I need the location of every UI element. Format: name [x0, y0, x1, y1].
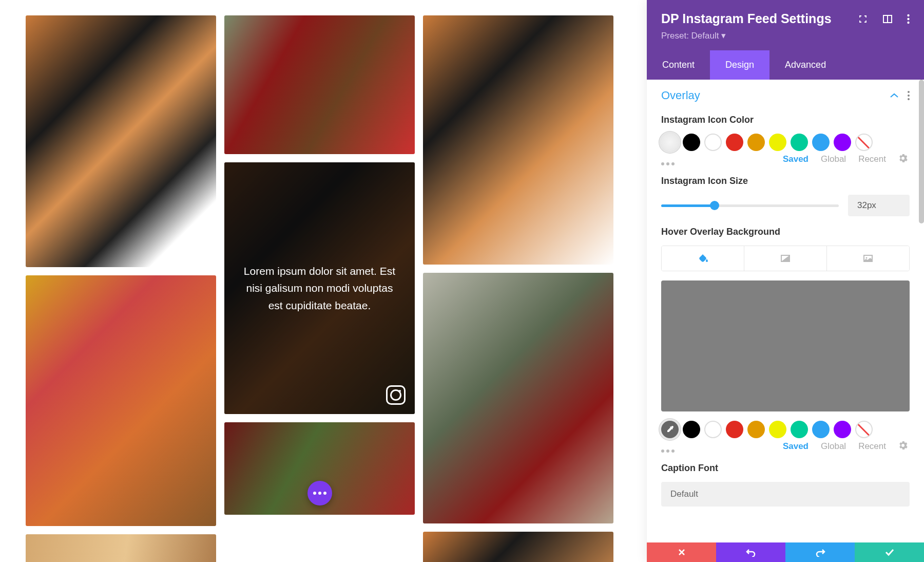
tab-advanced[interactable]: Advanced	[769, 50, 841, 80]
palette-link-recent[interactable]: Recent	[858, 441, 886, 452]
gallery-item-hovered[interactable]: Lorem ipsum dolor sit amet. Est nisi gal…	[224, 162, 415, 414]
font-select[interactable]: Default	[661, 482, 910, 507]
swatch-blue[interactable]	[812, 421, 830, 438]
field-label: Instagram Icon Color	[661, 115, 910, 125]
field-icon-color: Instagram Icon Color Saved Global Recent	[647, 109, 924, 171]
field-label: Caption Font	[661, 463, 910, 474]
field-caption-font: Caption Font Default	[647, 458, 924, 512]
color-swatches	[661, 421, 910, 438]
swatch-orange[interactable]	[747, 421, 765, 438]
swatch-none[interactable]	[855, 134, 873, 151]
instagram-icon	[386, 385, 406, 405]
palette-link-saved[interactable]: Saved	[783, 154, 808, 164]
swatch-black[interactable]	[683, 421, 700, 438]
hover-overlay: Lorem ipsum dolor sit amet. Est nisi gal…	[224, 162, 415, 414]
field-label: Hover Overlay Background	[661, 227, 910, 237]
swatch-red[interactable]	[726, 421, 743, 438]
fab-more-button[interactable]	[307, 481, 332, 505]
svg-point-3	[907, 17, 909, 20]
swatch-blue[interactable]	[812, 134, 830, 151]
bg-tab-color[interactable]	[662, 246, 744, 271]
color-swatches	[661, 134, 910, 151]
settings-tabs: Content Design Advanced	[647, 50, 924, 80]
swatch-yellow[interactable]	[769, 134, 786, 151]
svg-point-2	[907, 14, 909, 16]
gallery-area: Lorem ipsum dolor sit amet. Est nisi gal…	[0, 0, 639, 562]
size-slider[interactable]	[661, 204, 839, 207]
gear-icon[interactable]	[898, 441, 908, 452]
eyedropper-icon[interactable]	[661, 421, 679, 438]
panel-header: DP Instagram Feed Settings Preset: Defau…	[647, 0, 924, 50]
field-icon-size: Instagram Icon Size	[647, 171, 924, 221]
palette-link-global[interactable]: Global	[821, 154, 846, 164]
section-header-overlay[interactable]: Overlay	[647, 80, 924, 109]
swatch-green[interactable]	[791, 421, 808, 438]
instagram-gallery: Lorem ipsum dolor sit amet. Est nisi gal…	[26, 15, 613, 562]
preset-selector[interactable]: Preset: Default ▾	[661, 30, 910, 41]
kebab-menu-icon[interactable]	[907, 14, 910, 24]
panel-title: DP Instagram Feed Settings	[661, 11, 832, 26]
scrollbar[interactable]	[919, 80, 924, 223]
settings-panel: DP Instagram Feed Settings Preset: Defau…	[647, 0, 924, 562]
gallery-item[interactable]	[423, 273, 613, 523]
overlay-caption: Lorem ipsum dolor sit amet. Est nisi gal…	[240, 263, 399, 314]
redo-button[interactable]	[785, 542, 855, 562]
background-type-tabs	[661, 246, 910, 271]
gallery-item[interactable]	[26, 534, 216, 562]
swatch-purple[interactable]	[834, 421, 851, 438]
tab-design[interactable]: Design	[710, 50, 769, 80]
swatch-white[interactable]	[704, 134, 722, 151]
swatch-purple[interactable]	[834, 134, 851, 151]
expand-icon[interactable]	[858, 14, 868, 24]
field-hover-bg: Hover Overlay Background	[647, 221, 924, 458]
gallery-item[interactable]	[423, 15, 613, 265]
slider-thumb[interactable]	[710, 201, 719, 210]
swatch-white[interactable]	[704, 421, 722, 438]
svg-point-7	[866, 257, 868, 259]
swatch-none[interactable]	[855, 421, 873, 438]
bg-tab-image[interactable]	[827, 246, 909, 271]
gallery-item[interactable]	[26, 275, 216, 526]
swatch-orange[interactable]	[747, 134, 765, 151]
swatch-red[interactable]	[726, 134, 743, 151]
svg-point-4	[907, 21, 909, 23]
gallery-item[interactable]	[224, 15, 415, 154]
more-colors-icon[interactable]	[661, 449, 675, 453]
swatch-transparent[interactable]	[661, 134, 679, 151]
section-title: Overlay	[661, 89, 700, 102]
panel-footer	[647, 542, 924, 562]
swatch-black[interactable]	[683, 134, 700, 151]
columns-icon[interactable]	[882, 14, 893, 24]
field-label: Instagram Icon Size	[661, 176, 910, 186]
bg-tab-gradient[interactable]	[744, 246, 827, 271]
gear-icon[interactable]	[898, 154, 908, 165]
background-preview[interactable]	[661, 280, 910, 411]
gallery-item[interactable]	[423, 532, 613, 562]
panel-body[interactable]: Overlay Instagram Icon Color	[647, 80, 924, 562]
cancel-button[interactable]	[647, 542, 716, 562]
gallery-item[interactable]	[224, 422, 415, 515]
gallery-item[interactable]	[26, 15, 216, 267]
save-button[interactable]	[855, 542, 924, 562]
more-colors-icon[interactable]	[661, 162, 675, 165]
tab-content[interactable]: Content	[647, 50, 710, 80]
palette-link-saved[interactable]: Saved	[783, 441, 808, 452]
size-input[interactable]	[848, 195, 910, 216]
palette-link-global[interactable]: Global	[821, 441, 846, 452]
section-menu-icon[interactable]	[908, 91, 910, 100]
palette-link-recent[interactable]: Recent	[858, 154, 886, 164]
undo-button[interactable]	[716, 542, 785, 562]
swatch-yellow[interactable]	[769, 421, 786, 438]
chevron-up-icon[interactable]	[890, 91, 898, 100]
swatch-green[interactable]	[791, 134, 808, 151]
